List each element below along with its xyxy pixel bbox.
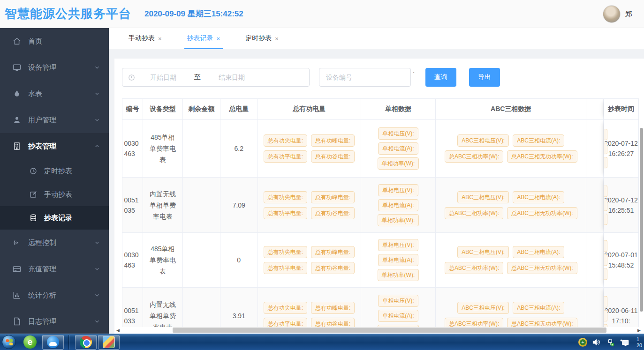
col-balance: 剩余金额 bbox=[183, 99, 220, 119]
scroll-left-arrow[interactable]: ◀ bbox=[116, 328, 121, 333]
tag: 总有功谷电量: bbox=[311, 318, 355, 328]
end-date-input[interactable] bbox=[204, 74, 260, 81]
chrome-button[interactable] bbox=[75, 335, 97, 350]
query-button[interactable]: 查询 bbox=[425, 68, 456, 87]
sidebar-group-meter-reading: 抄表管理 定时抄表 手动抄表 抄表记录 bbox=[0, 133, 109, 230]
start-button[interactable] bbox=[2, 335, 16, 349]
tag: 总有功平电量: bbox=[264, 262, 307, 274]
single-phase-tags: 单相电压(V):单相电流(A):单相功率(W): bbox=[361, 233, 436, 287]
app-title: 智慧能源公共服务平台 bbox=[5, 6, 131, 22]
tag: 总ABC三相无功功率(W): bbox=[507, 262, 577, 274]
sidebar-item-home[interactable]: 首页 bbox=[0, 28, 109, 54]
tag: 单相电流(A): bbox=[378, 310, 418, 322]
abc-phase-tags: ABC三相电压(V):ABC三相电流(A): 总ABC三相功率(W):总ABC三… bbox=[436, 288, 586, 328]
usb-device-icon[interactable] bbox=[606, 338, 615, 347]
tab-bar: 手动抄表 × 抄表记录 × 定时抄表 × bbox=[109, 28, 644, 49]
chevron-up-icon bbox=[94, 143, 100, 149]
tag: 总有功峰电量: bbox=[311, 134, 355, 147]
records-panel: 至 ` 查询 导出 编号 设备类型 剩余金额 总电量 总有功电量 bbox=[114, 59, 644, 334]
col-hidden bbox=[586, 99, 604, 119]
table-header-row: 编号 设备类型 剩余金额 总电量 总有功电量 单相数据 ABC三相数据 抄表时间 bbox=[122, 99, 639, 120]
photos-app-button[interactable] bbox=[98, 335, 120, 350]
single-phase-tags: 单相电压(V):单相电流(A):单相功率(W): bbox=[361, 120, 436, 177]
tag: ABC三相电流(A): bbox=[513, 134, 564, 147]
chevron-down-icon bbox=[94, 117, 100, 123]
tag: 单相电压(V): bbox=[378, 127, 418, 140]
home-icon bbox=[12, 37, 22, 46]
tag: 总ABC三相无功功率(W): bbox=[507, 207, 577, 219]
balance bbox=[183, 120, 220, 177]
clipped-tags bbox=[604, 240, 607, 280]
sidebar-item-statistics[interactable]: 统计分析 bbox=[0, 282, 109, 308]
device-type: 485单相单费率电表 bbox=[148, 132, 178, 165]
date-range-picker[interactable]: 至 bbox=[122, 68, 310, 87]
scroll-right-arrow[interactable]: ▶ bbox=[637, 328, 642, 333]
tag: 单相功率(W): bbox=[378, 157, 419, 170]
tab-scheduled-reading[interactable]: 定时抄表 × bbox=[242, 28, 281, 49]
tag: 总有功峰电量: bbox=[311, 246, 355, 258]
meter-icon bbox=[12, 141, 22, 151]
col-abc-phase: ABC三相数据 bbox=[436, 99, 586, 119]
tab-manual-reading[interactable]: 手动抄表 × bbox=[126, 28, 165, 49]
sidebar-item-recharge[interactable]: 充值管理 bbox=[0, 256, 109, 282]
tab-reading-records[interactable]: 抄表记录 × bbox=[184, 28, 223, 49]
active-energy-tags: 总有功尖电量:总有功峰电量: 总有功平电量:总有功谷电量: bbox=[258, 233, 361, 287]
chrome-icon bbox=[80, 336, 92, 348]
sidebar-item-logs[interactable]: 日志管理 bbox=[0, 308, 109, 334]
tag: ABC三相电压(V): bbox=[457, 191, 509, 203]
col-total-energy: 总电量 bbox=[220, 99, 258, 119]
tag: 单相电流(A): bbox=[378, 254, 418, 266]
tag: 总有功谷电量: bbox=[311, 262, 355, 274]
antivirus-tray-icon[interactable]: + bbox=[578, 338, 587, 347]
read-time: 2020-07-01 15:48:52 bbox=[604, 233, 639, 287]
abc-phase-tags: ABC三相电压(V):ABC三相电流(A): 总ABC三相功率(W):总ABC三… bbox=[436, 178, 586, 232]
tag: 总有功峰电量: bbox=[311, 302, 355, 314]
network-icon[interactable] bbox=[620, 338, 630, 347]
tag: 单相功率(W): bbox=[378, 214, 419, 226]
system-tray: + 1 20 bbox=[578, 334, 644, 350]
taskbar-clock[interactable]: 1 20 bbox=[636, 336, 644, 349]
qq-browser-button[interactable] bbox=[42, 335, 64, 350]
sidebar-item-remote-control[interactable]: 远程控制 bbox=[0, 230, 109, 256]
close-icon[interactable]: × bbox=[158, 35, 162, 42]
sidebar-item-reading-records[interactable]: 抄表记录 bbox=[0, 206, 109, 230]
vertical-scrollbar-thumb[interactable] bbox=[640, 128, 643, 312]
taskbar-separator bbox=[68, 335, 69, 350]
sidebar-item-scheduled-reading[interactable]: 定时抄表 bbox=[0, 159, 109, 183]
device-number-input[interactable] bbox=[319, 68, 411, 87]
sidebar-item-users[interactable]: 用户管理 bbox=[0, 107, 109, 133]
volume-icon[interactable] bbox=[592, 338, 601, 346]
horizontal-scrollbar[interactable]: ◀ ▶ bbox=[116, 327, 642, 333]
tag: 总ABC三相功率(W): bbox=[445, 150, 503, 163]
clipped-tags bbox=[604, 296, 607, 328]
start-date-input[interactable] bbox=[135, 74, 191, 81]
user-menu[interactable]: 郑 bbox=[603, 0, 644, 28]
col-device-no: 编号 bbox=[122, 99, 143, 119]
clipped-tags bbox=[604, 185, 607, 225]
close-icon[interactable]: × bbox=[217, 35, 220, 42]
bar-chart-icon bbox=[12, 290, 22, 300]
table-row: 0030463 485单相单费率电表 0 总有功尖电量:总有功峰电量: 总有功平… bbox=[122, 233, 639, 288]
chevron-down-icon bbox=[94, 90, 100, 97]
horizontal-scrollbar-thumb[interactable] bbox=[173, 328, 606, 333]
sidebar-item-devices[interactable]: 设备管理 bbox=[0, 54, 109, 81]
balance bbox=[183, 288, 220, 328]
col-read-time: 抄表时间 bbox=[604, 99, 639, 119]
vertical-scrollbar[interactable] bbox=[640, 99, 644, 326]
user-icon bbox=[12, 115, 22, 125]
sidebar-item-meter-management[interactable]: 抄表管理 bbox=[0, 133, 109, 159]
clipped-column bbox=[586, 288, 604, 328]
avatar[interactable] bbox=[603, 5, 621, 23]
clipped-tags bbox=[604, 129, 607, 169]
card-icon bbox=[12, 264, 22, 274]
clock-icon bbox=[128, 74, 135, 81]
photos-app-icon bbox=[103, 336, 115, 348]
sidebar-item-manual-reading[interactable]: 手动抄表 bbox=[0, 183, 109, 206]
tag: ABC三相电流(A): bbox=[513, 191, 564, 203]
browser-360-icon[interactable]: e bbox=[23, 335, 37, 349]
table-row: 0051033 内置无线单相单费率电表 3.91 总有功尖电量:总有功峰电量: … bbox=[122, 288, 639, 328]
device-type: 内置无线单相单费率电表 bbox=[148, 299, 178, 328]
close-icon[interactable]: × bbox=[275, 35, 279, 42]
export-button[interactable]: 导出 bbox=[469, 68, 500, 87]
sidebar-item-water-meter[interactable]: 水表 bbox=[0, 81, 109, 107]
